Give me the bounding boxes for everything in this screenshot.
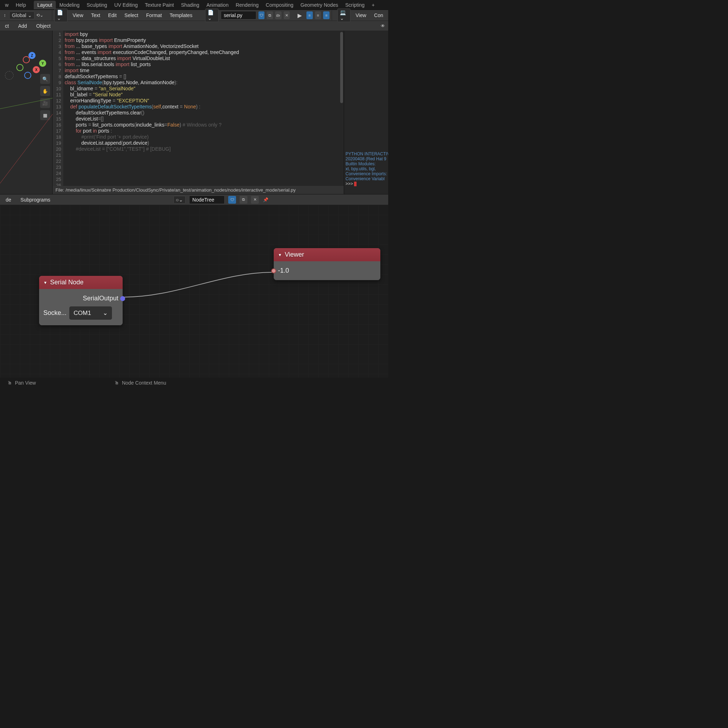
menu-edit[interactable]: Edit	[105, 12, 119, 19]
chevron-down-icon: ⌄	[103, 309, 108, 317]
nodetree-unlink[interactable]: ✕	[251, 196, 259, 204]
text-editor-type[interactable]: 📄⌄	[54, 9, 67, 22]
serial-output-socket[interactable]	[120, 296, 125, 301]
status-context: Node Context Menu	[122, 380, 166, 386]
console-cursor	[354, 182, 356, 186]
tab-add[interactable]: +	[368, 1, 378, 9]
tab-texture-paint[interactable]: Texture Paint	[141, 1, 178, 9]
new-text-button[interactable]: ⧉	[267, 11, 273, 19]
menu-help[interactable]: Help	[12, 1, 29, 9]
tab-animation[interactable]: Animation	[203, 1, 232, 9]
node-editor-header: de Subprograms ○⌄ NodeTree 🛡 ⧉ ✕ 📌	[0, 194, 388, 205]
menu-view[interactable]: View	[70, 12, 86, 19]
viewer-node-header[interactable]: ▼ Viewer	[274, 248, 380, 261]
code-content[interactable]: import bpyfrom bpy.props import EnumProp…	[63, 31, 240, 186]
serial-node-header[interactable]: ▼ Serial Node	[39, 276, 122, 289]
socket-label: Socke...	[43, 309, 66, 317]
tab-layout[interactable]: Layout	[34, 1, 56, 9]
console-menu-view[interactable]: View	[353, 12, 369, 19]
main-area: Z Y X 🔍 ✋ 🎥 ▦ 12345678910111213141516171…	[0, 31, 388, 194]
word-wrap-toggle[interactable]: ≡	[315, 11, 321, 19]
menu-object[interactable]: Object	[34, 22, 54, 29]
gizmo-neg-x[interactable]	[23, 56, 30, 63]
serial-node-title: Serial Node	[50, 279, 84, 286]
node-menu-de[interactable]: de	[3, 196, 14, 203]
file-path: File: /media/linux/Scènabre Production/C…	[53, 186, 344, 194]
mouse-icon: 🖱	[114, 380, 119, 386]
nodetree-shield[interactable]: 🛡	[228, 196, 236, 204]
orientation-select[interactable]: Global ⌄	[9, 11, 34, 19]
orientation-icon[interactable]: ↕	[2, 12, 7, 18]
editor-header: ↕ Global ⌄ ⟲⌄ 📄⌄ View Text Edit Select F…	[0, 10, 388, 21]
nodetree-new[interactable]: ⧉	[240, 196, 248, 204]
status-bar: 🖱Pan View 🖱Node Context Menu	[0, 378, 388, 388]
com-port-dropdown[interactable]: COM1⌄	[69, 306, 112, 320]
run-script-button[interactable]: ▶	[297, 12, 302, 18]
menu-format[interactable]: Format	[143, 12, 165, 19]
open-text-button[interactable]: 🗁	[275, 11, 281, 19]
collapse-triangle-icon[interactable]: ▼	[278, 253, 282, 257]
menu-add[interactable]: Add	[15, 22, 30, 29]
perspective-button[interactable]: ▦	[40, 110, 50, 120]
overlay-icon[interactable]: 👁	[380, 23, 386, 29]
menu-w[interactable]: w	[2, 1, 12, 9]
tab-sculpting[interactable]: Sculpting	[83, 1, 111, 9]
tab-modeling[interactable]: Modeling	[56, 1, 83, 9]
viewer-node[interactable]: ▼ Viewer -1.0	[274, 248, 380, 280]
node-menu-subprograms[interactable]: Subprograms	[18, 196, 54, 203]
editor-scrollbar[interactable]	[340, 32, 343, 103]
tab-scripting[interactable]: Scripting	[342, 1, 368, 9]
console-menu-con[interactable]: Con	[371, 12, 386, 19]
console-type[interactable]: 💻⌄	[337, 9, 350, 22]
mouse-icon: 🖱	[7, 380, 12, 386]
node-canvas[interactable]: ▼ Serial Node SerialOutput Socke... COM1…	[0, 205, 388, 388]
syntax-highlight-toggle[interactable]: ≡	[323, 11, 329, 19]
unlink-button[interactable]: ✕	[284, 11, 290, 19]
nodetree-name[interactable]: NodeTree	[189, 196, 225, 204]
link-icon[interactable]: ⟲⌄	[37, 12, 43, 18]
viewer-input-socket[interactable]	[271, 268, 276, 273]
collapse-triangle-icon[interactable]: ▼	[43, 280, 47, 285]
svg-line-1	[0, 114, 53, 184]
register-toggle[interactable]: 🛡	[258, 11, 265, 19]
gizmo-neg-z[interactable]	[24, 72, 31, 79]
cursor-icon	[5, 71, 14, 80]
nodetree-icon-select[interactable]: ○⌄	[173, 196, 185, 204]
tab-geometry-nodes[interactable]: Geometry Nodes	[297, 1, 342, 9]
python-console[interactable]: PYTHON INTERACTIVE 20200408 (Red Hat 9 B…	[344, 31, 388, 194]
text-datablock-icon[interactable]: 📄⌄	[205, 9, 218, 22]
gizmo-y[interactable]: Y	[39, 60, 46, 67]
pin-button[interactable]: 📌	[262, 197, 269, 203]
tab-shading[interactable]: Shading	[177, 1, 203, 9]
pan-button[interactable]: ✋	[40, 86, 50, 96]
text-editor: 1234567891011121314151617181920212223242…	[53, 31, 344, 194]
tab-rendering[interactable]: Rendering	[232, 1, 262, 9]
tab-compositing[interactable]: Compositing	[262, 1, 297, 9]
tab-uv-editing[interactable]: UV Editing	[110, 1, 141, 9]
script-name-field[interactable]: serial.py	[221, 11, 256, 20]
line-numbers-toggle[interactable]: ≡	[306, 11, 313, 19]
status-pan: Pan View	[15, 380, 36, 386]
gizmo-neg-y[interactable]	[16, 64, 23, 71]
serial-output-label: SerialOutput	[83, 295, 118, 302]
line-gutter: 1234567891011121314151617181920212223242…	[53, 31, 63, 186]
zoom-button[interactable]: 🔍	[40, 74, 50, 84]
menu-templates[interactable]: Templates	[167, 12, 195, 19]
viewer-node-title: Viewer	[285, 251, 304, 258]
menu-select[interactable]: Select	[122, 12, 141, 19]
viewer-value: -1.0	[278, 267, 289, 274]
serial-node[interactable]: ▼ Serial Node SerialOutput Socke... COM1…	[39, 276, 122, 325]
camera-button[interactable]: 🎥	[40, 98, 50, 108]
3d-viewport[interactable]: Z Y X 🔍 ✋ 🎥 ▦	[0, 31, 53, 194]
viewport-header: ct Add Object 👁	[0, 21, 388, 31]
menu-ct[interactable]: ct	[2, 22, 12, 29]
menu-text[interactable]: Text	[88, 12, 103, 19]
gizmo-x[interactable]: X	[33, 66, 40, 73]
